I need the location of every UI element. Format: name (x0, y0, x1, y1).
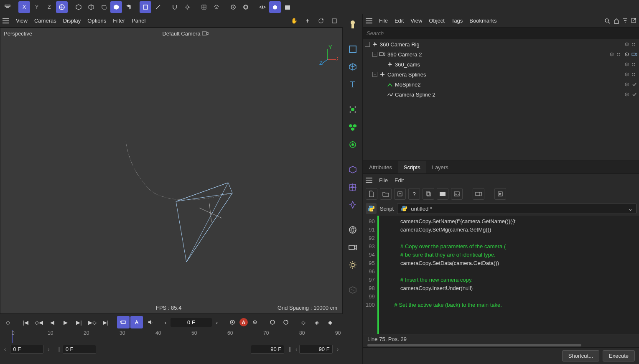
check-tag[interactable] (631, 81, 637, 87)
text-mode-icon[interactable]: T (345, 77, 360, 92)
primitive-2-icon[interactable] (85, 1, 97, 13)
goto-end-icon[interactable]: ▶| (99, 316, 112, 328)
menu-panel[interactable]: Panel (132, 18, 145, 24)
prev-key-icon[interactable]: ◇◀ (33, 316, 45, 328)
dots-tag[interactable] (631, 61, 637, 67)
tab-attributes[interactable]: Attributes (363, 161, 398, 173)
expand-icon[interactable]: − (365, 42, 370, 47)
hand-icon[interactable]: ✋ (288, 15, 300, 27)
execute-button[interactable]: Execute (603, 350, 635, 361)
mograph-icon[interactable] (345, 102, 360, 117)
dots-tag[interactable] (631, 71, 637, 77)
script-menu-icon[interactable] (366, 178, 372, 183)
image-icon[interactable] (451, 188, 463, 200)
tab-layers[interactable]: Layers (426, 161, 454, 173)
start-frame-input[interactable] (10, 345, 43, 354)
om-menu-edit[interactable]: Edit (395, 18, 404, 24)
record-icon[interactable] (226, 316, 239, 328)
script-menu-file[interactable]: File (379, 177, 388, 183)
range-next-icon[interactable]: › (48, 346, 49, 352)
snap-settings-icon[interactable] (181, 1, 193, 13)
loop-start-input[interactable] (63, 345, 96, 354)
rect-select-button[interactable] (140, 1, 151, 13)
target-tag[interactable] (624, 51, 630, 57)
search-input[interactable] (367, 30, 636, 36)
save-icon[interactable] (394, 188, 406, 200)
orbit-icon[interactable] (315, 15, 327, 27)
render-icon[interactable] (227, 1, 239, 13)
open-folder-icon[interactable] (380, 188, 392, 200)
cube-mode-icon[interactable] (345, 59, 360, 74)
light-icon[interactable] (345, 257, 360, 272)
cloner-icon[interactable] (345, 120, 360, 135)
render-script-icon[interactable] (437, 188, 448, 200)
volume-icon[interactable] (345, 162, 360, 177)
popout-icon[interactable] (631, 18, 636, 24)
copy-icon[interactable] (423, 188, 434, 200)
primitive-1-icon[interactable] (73, 1, 84, 13)
search-icon[interactable] (604, 18, 611, 24)
menu-view[interactable]: View (16, 18, 28, 24)
new-script-icon[interactable] (366, 188, 377, 200)
prev-frame-icon[interactable]: ◀ (46, 316, 59, 328)
deformer-icon[interactable] (345, 180, 360, 195)
pla-key-icon[interactable]: ◆ (324, 316, 336, 328)
scale-key-icon[interactable]: ◇ (297, 316, 310, 328)
menu-options[interactable]: Options (87, 18, 106, 24)
line-tool-icon[interactable] (152, 1, 164, 13)
end-prev-icon[interactable]: ‹ (295, 346, 297, 352)
axis-y-button[interactable]: Y (31, 1, 43, 13)
primitive-5-icon[interactable] (123, 1, 135, 13)
timeline-ruler[interactable]: 0102030405060708090 (0, 330, 343, 343)
pos-key-icon[interactable] (266, 316, 279, 328)
layer-tag[interactable] (624, 81, 630, 87)
loop-icon[interactable] (117, 316, 130, 328)
om-menu-view[interactable]: View (410, 18, 422, 24)
world-axis-button[interactable] (56, 1, 68, 13)
menu-cameras[interactable]: Cameras (34, 18, 56, 24)
primitive-3-icon[interactable] (98, 1, 109, 13)
script-selector[interactable]: untitled * ⌄ (397, 203, 636, 214)
range-prev-icon[interactable]: ‹ (4, 346, 6, 352)
sound-icon[interactable] (144, 316, 156, 328)
end-frame-input[interactable] (299, 345, 333, 354)
menu-display[interactable]: Display (63, 18, 81, 24)
layer-tag[interactable] (624, 41, 630, 47)
primitive-4-icon[interactable] (110, 1, 122, 13)
shortcut-button[interactable]: Shortcut... (562, 350, 599, 361)
param-key-icon[interactable]: ◈ (311, 316, 323, 328)
key-diamond-icon[interactable]: ◇ (2, 316, 14, 328)
autokey-icon[interactable] (130, 316, 143, 328)
goto-start-icon[interactable]: |◀ (19, 316, 32, 328)
scene-icon[interactable] (345, 222, 360, 237)
layer-tag[interactable] (609, 51, 615, 57)
dots-tag[interactable] (631, 41, 637, 47)
clapper-icon[interactable] (282, 1, 293, 13)
home-icon[interactable] (613, 18, 620, 24)
history-icon[interactable] (2, 1, 13, 13)
dots-tag[interactable] (616, 51, 622, 57)
tree-row[interactable]: −Camera Splines (363, 69, 639, 79)
layer-tag[interactable] (624, 61, 630, 67)
om-menu-bookmarks[interactable]: Bookmarks (469, 18, 496, 24)
expand-icon[interactable]: − (372, 52, 377, 57)
visibility-icon[interactable] (257, 1, 268, 13)
zoom-icon[interactable] (302, 15, 313, 27)
tree-row[interactable]: Camera Spline 2 (363, 89, 639, 99)
filter-icon[interactable] (622, 18, 628, 24)
check-tag[interactable] (631, 92, 637, 97)
rect-mode-icon[interactable] (345, 42, 360, 57)
iso-icon[interactable] (269, 1, 281, 13)
code-editor[interactable]: 90919293949596979899100 cameraCopy.SetNa… (363, 216, 639, 334)
play-icon[interactable]: ▶ (59, 316, 72, 328)
workplane-icon[interactable] (211, 1, 222, 13)
current-frame[interactable]: 0 F (171, 318, 212, 327)
model-mode-icon[interactable] (345, 17, 360, 32)
axis-z-button[interactable]: Z (43, 1, 55, 13)
autokey-a-icon[interactable]: A (239, 318, 248, 326)
menu-filter[interactable]: Filter (113, 18, 125, 24)
om-menu-tags[interactable]: Tags (451, 18, 463, 24)
end-next-icon[interactable]: › (337, 346, 339, 352)
grid-icon[interactable] (198, 1, 210, 13)
expand-icon[interactable]: − (372, 72, 377, 77)
